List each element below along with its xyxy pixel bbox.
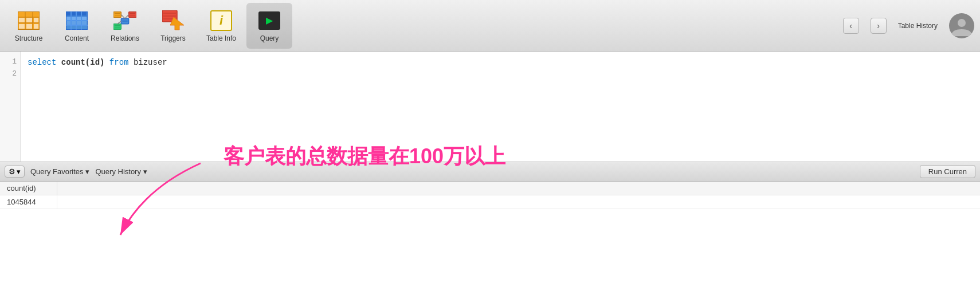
svg-rect-30 xyxy=(113,11,121,17)
svg-rect-41 xyxy=(113,23,121,29)
svg-line-40 xyxy=(125,14,129,18)
svg-rect-5 xyxy=(19,18,25,22)
results-header: count(id) xyxy=(0,182,980,195)
svg-rect-9 xyxy=(26,24,32,29)
gear-icon: ⚙ xyxy=(9,167,15,176)
toolbar: Structure xyxy=(0,0,980,52)
table-history-label[interactable]: Table History xyxy=(898,22,938,30)
svg-rect-36 xyxy=(129,11,136,17)
svg-rect-20 xyxy=(77,12,81,15)
svg-rect-19 xyxy=(72,12,76,15)
toolbar-item-triggers[interactable]: Triggers xyxy=(150,3,196,49)
relations-icon xyxy=(113,9,136,32)
svg-rect-7 xyxy=(34,18,38,22)
toolbar-item-query[interactable]: Query xyxy=(246,3,292,49)
toolbar-label-query: Query xyxy=(260,34,279,42)
content-icon xyxy=(65,9,88,32)
toolbar-left: Structure xyxy=(6,3,292,49)
toolbar-right: ‹ › Table History xyxy=(843,13,974,38)
svg-rect-23 xyxy=(72,17,76,20)
toolbar-item-content[interactable]: Content xyxy=(54,3,100,49)
editor-area: 1 2 select count(id) from bizuser xyxy=(0,52,980,162)
user-avatar[interactable] xyxy=(949,13,974,38)
table-row: 1045844 xyxy=(0,195,980,209)
bottom-bar: ⚙ ▾ Query Favorites ▾ Query History ▾ Ru… xyxy=(0,162,980,182)
tableinfo-icon: i xyxy=(210,9,233,32)
svg-rect-29 xyxy=(82,21,87,25)
toolbar-label-triggers: Triggers xyxy=(160,34,186,42)
triggers-icon xyxy=(162,9,185,32)
nav-back-button[interactable]: ‹ xyxy=(843,18,859,34)
svg-rect-10 xyxy=(34,24,38,29)
query-history-label: Query History xyxy=(95,167,140,176)
svg-rect-27 xyxy=(72,21,76,25)
svg-rect-8 xyxy=(19,24,25,29)
gear-arrow-icon: ▾ xyxy=(17,167,21,176)
results-area: count(id) 1045844 xyxy=(0,182,980,292)
toolbar-item-structure[interactable]: Structure xyxy=(6,3,52,49)
toolbar-label-content: Content xyxy=(65,34,89,42)
line-number-2: 2 xyxy=(3,68,17,80)
svg-rect-6 xyxy=(26,18,32,22)
code-editor[interactable]: select count(id) from bizuser xyxy=(21,52,980,162)
column-header-count-id: count(id) xyxy=(0,182,57,195)
toolbar-label-relations: Relations xyxy=(111,34,139,42)
main-content: 1 2 select count(id) from bizuser ⚙ ▾ Qu… xyxy=(0,52,980,291)
query-history-dropdown[interactable]: Query History ▾ xyxy=(95,167,147,176)
line-numbers: 1 2 xyxy=(0,52,21,162)
svg-rect-21 xyxy=(82,12,87,15)
svg-rect-28 xyxy=(77,21,81,25)
svg-rect-24 xyxy=(77,17,81,20)
toolbar-label-tableinfo: Table Info xyxy=(206,34,236,42)
line-number-1: 1 xyxy=(3,56,17,68)
svg-rect-18 xyxy=(66,12,70,15)
nav-forward-button[interactable]: › xyxy=(871,18,887,34)
structure-icon xyxy=(17,9,40,32)
svg-rect-26 xyxy=(66,21,70,25)
cell-count-id: 1045844 xyxy=(0,195,57,209)
toolbar-label-structure: Structure xyxy=(15,34,43,42)
svg-line-39 xyxy=(121,14,125,18)
svg-point-50 xyxy=(958,19,966,27)
query-favorites-dropdown[interactable]: Query Favorites ▾ xyxy=(30,167,89,176)
svg-rect-33 xyxy=(121,18,128,24)
query-history-arrow-icon: ▾ xyxy=(143,167,147,176)
svg-rect-25 xyxy=(82,17,87,20)
gear-button[interactable]: ⚙ ▾ xyxy=(5,166,25,178)
toolbar-item-tableinfo[interactable]: i Table Info xyxy=(198,3,244,49)
run-current-button[interactable]: Run Curren xyxy=(920,165,975,178)
toolbar-item-relations[interactable]: Relations xyxy=(102,3,148,49)
svg-rect-22 xyxy=(66,17,70,20)
query-icon xyxy=(258,9,281,32)
query-favorites-arrow-icon: ▾ xyxy=(85,167,89,176)
query-favorites-label: Query Favorites xyxy=(30,167,83,176)
